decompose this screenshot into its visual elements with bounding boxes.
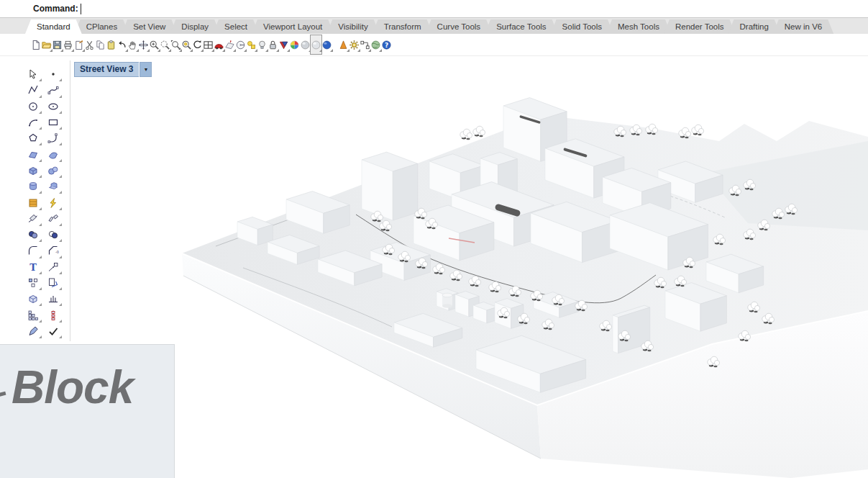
main-tool-palette: -0T [23,66,63,339]
tab-render-tools[interactable]: Render Tools [664,19,736,34]
tab-drafting[interactable]: Drafting [728,19,780,34]
tab-surface-tools[interactable]: Surface Tools [485,19,557,34]
plan-view-map-icon[interactable] [224,35,235,54]
command-label: Command: [33,4,78,14]
web-browser-globe-icon[interactable] [370,35,381,54]
record-history-icon[interactable] [360,35,370,54]
shaded-viewport-icon[interactable] [300,35,311,54]
svg-text:T: T [29,261,37,272]
color-wheel-icon[interactable] [289,35,300,54]
render-cone-icon[interactable] [338,35,349,54]
block-tool-icon[interactable] [23,275,43,291]
options-gear-icon[interactable] [349,35,360,54]
viewport-title-dropdown[interactable]: Street View 3 ▼ [74,62,152,77]
help-icon[interactable]: ? [381,35,392,54]
text-cursor [81,4,81,14]
arc-icon[interactable] [23,114,43,130]
array-grid-icon[interactable] [23,307,43,323]
standard-toolbar: ? [0,34,868,56]
transform-brush-icon[interactable] [23,323,43,339]
tab-display[interactable]: Display [170,19,220,34]
tab-visibility[interactable]: Visibility [326,19,379,34]
contour-icon[interactable] [43,291,63,307]
command-bar[interactable]: Command: [0,0,868,18]
tab-transform[interactable]: Transform [373,19,433,34]
tab-select[interactable]: Select [213,19,259,34]
split-icon[interactable] [43,211,63,227]
circle-icon[interactable] [23,99,43,114]
solid-box-icon[interactable] [23,291,43,307]
rhino-window: Command: StandardCPlanesSet ViewDisplayS… [0,0,868,478]
viewport-layout-icon[interactable] [203,35,214,54]
zoom-dynamic-icon[interactable] [160,35,170,54]
tab-curve-tools[interactable]: Curve Tools [426,19,493,34]
svg-text:-0: -0 [55,250,59,254]
set-view-clock-icon[interactable] [235,35,246,54]
viewport-title[interactable]: Street View 3 [74,62,139,77]
clipped-letter-mark [0,392,6,397]
tab-new-in-v6[interactable]: New in V6 [773,19,833,34]
copy-icon[interactable] [95,35,106,54]
curve-blend-icon[interactable] [43,130,63,146]
text-tool-icon[interactable]: T [23,259,43,275]
rectangle-icon[interactable] [43,114,63,130]
undo-view-icon[interactable] [192,35,203,54]
layer-objects-icon[interactable] [246,35,257,54]
tab-set-view[interactable]: Set View [122,19,177,34]
sphere-set-icon[interactable] [43,163,63,179]
select-cursor-icon[interactable] [23,66,43,82]
undo-icon[interactable] [117,35,127,54]
save-icon[interactable] [52,35,63,54]
zoom-in-icon[interactable] [149,35,160,54]
boolean-difference-icon[interactable] [43,227,63,243]
export-page-icon[interactable] [73,35,84,54]
ghosted-viewport-icon[interactable] [311,35,321,54]
single-point-icon[interactable] [43,66,63,82]
named-views-car-icon[interactable] [214,35,224,54]
cut-icon[interactable] [84,35,95,54]
leader-dimension-icon[interactable] [43,259,63,275]
zoom-selected-icon[interactable] [181,35,192,54]
toolbar-tab-strip: StandardCPlanesSet ViewDisplaySelectView… [0,18,868,34]
explode-icon[interactable] [43,194,63,210]
surface-3pt-icon[interactable] [23,146,43,162]
viewport-menu-button[interactable]: ▼ [140,62,152,77]
ellipse-icon[interactable] [43,99,63,114]
tab-solid-tools[interactable]: Solid Tools [551,19,613,34]
title-overlay-card: Block [0,344,175,478]
fillet-curve-icon[interactable] [23,243,43,258]
polyline-icon[interactable] [23,82,43,98]
chevron-down-icon: ▼ [144,67,149,72]
boolean-union-icon[interactable] [23,227,43,243]
patch-surface-icon[interactable] [43,146,63,162]
rendered-viewport-icon[interactable] [321,35,332,54]
control-point-curve-icon[interactable] [43,82,63,98]
open-file-icon[interactable] [41,35,52,54]
tab-cplanes[interactable]: CPlanes [75,19,129,34]
trim-icon[interactable] [23,211,43,227]
zoom-window-icon[interactable] [170,35,181,54]
check-selection-icon[interactable] [43,323,63,339]
tab-standard[interactable]: Standard [25,19,82,34]
box-icon[interactable] [23,163,43,179]
lights-icon[interactable] [257,35,268,54]
materials-icon[interactable] [278,35,289,54]
overlay-title: Block [12,361,133,414]
array-linear-icon[interactable] [43,307,63,323]
tab-mesh-tools[interactable]: Mesh Tools [606,19,671,34]
cylinder-icon[interactable] [23,179,43,194]
solid-union-icon[interactable] [43,179,63,194]
tab-viewport-layout[interactable]: Viewport Layout [252,19,334,34]
palette-divider [70,60,70,341]
polygon-icon[interactable] [23,130,43,146]
extrude-hatch-icon[interactable] [23,194,43,210]
make2d-icon[interactable] [43,275,63,291]
orbit-icon[interactable] [138,35,149,54]
chamfer-curve-icon[interactable]: -0 [43,243,63,258]
pan-icon[interactable] [127,35,138,54]
svg-text:?: ? [385,41,388,48]
print-icon[interactable] [63,35,73,54]
new-document-icon[interactable] [30,35,41,54]
paste-icon[interactable] [106,35,117,54]
lock-icon[interactable] [268,35,278,54]
